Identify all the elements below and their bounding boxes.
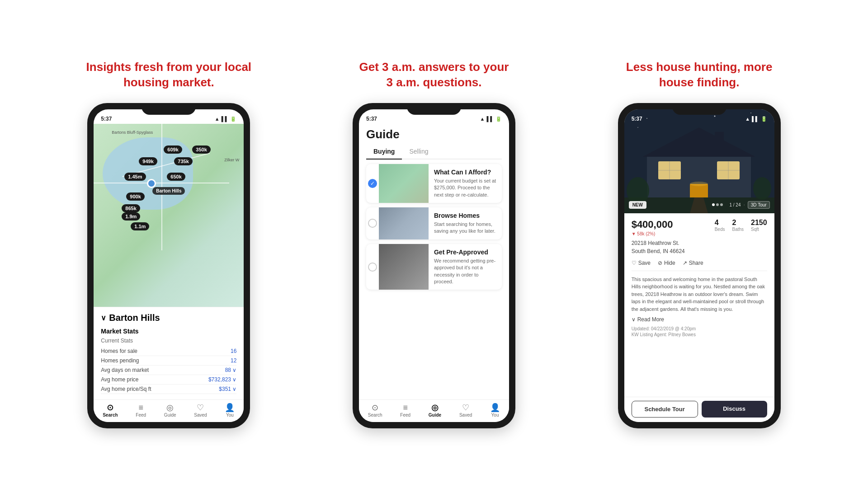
nav-guide-label-1: Guide (164, 413, 176, 418)
stat-avg-days: Avg days on market 88 ∨ (101, 366, 236, 375)
price-900k: 900k (126, 192, 144, 201)
nav-saved-2[interactable]: ♡ Saved (459, 404, 472, 418)
nav-you-1[interactable]: 👤 You (225, 404, 235, 418)
nav-search-1[interactable]: ⊙ Search (103, 404, 118, 418)
action-save[interactable]: ♡ Save (632, 260, 651, 266)
price-19m: 1.9m (122, 212, 140, 221)
stat-label-homes-pending: Homes pending (101, 357, 139, 364)
price-11m: 1.1m (131, 222, 149, 230)
current-stats-label: Current Stats (101, 338, 236, 344)
notch-1 (142, 103, 196, 115)
headline-2: Get 3 a.m. answers to your3 a.m. questio… (359, 60, 509, 90)
map-bg: Bartons Bluff-Spyglass Zilker W Barton H… (94, 124, 244, 307)
card-check-3 (366, 244, 379, 290)
discuss-button[interactable]: Discuss (702, 401, 767, 418)
map-container[interactable]: Bartons Bluff-Spyglass Zilker W Barton H… (94, 124, 244, 307)
barton-hills-map-label: Barton Hills (152, 187, 185, 195)
phone-inner-2: 5:37 ▲ ▌▌ 🔋 Guide Buying Selling (359, 109, 509, 422)
price-350k: 350k (192, 145, 210, 154)
tab-buying[interactable]: Buying (366, 144, 402, 160)
guide-icon-2: ◎ (431, 404, 439, 412)
three-d-badge[interactable]: 3D Tour (748, 201, 770, 209)
phone-inner-1: 5:37 ▲ ▌▌ 🔋 B (94, 109, 244, 422)
price-block: $400,000 ▼ 58k (2%) (632, 219, 673, 236)
photo-controls: 1 / 24 · 3D Tour (712, 201, 769, 209)
nav-you-label-2: You (491, 413, 499, 418)
map-road-h1 (94, 183, 229, 183)
nav-guide-2[interactable]: ◎ Guide (429, 404, 441, 418)
tab-selling[interactable]: Selling (402, 144, 435, 160)
baths-val: 2 (732, 219, 744, 227)
nav-saved-1[interactable]: ♡ Saved (194, 404, 207, 418)
radio-icon-3 (368, 263, 377, 272)
notch-3 (672, 103, 726, 115)
chevron-down-icon: ∨ (101, 314, 106, 322)
nav-saved-label-1: Saved (194, 413, 207, 418)
card-img-preapproved (379, 244, 429, 290)
feed-icon-1: ≡ (138, 404, 143, 412)
check-icon-1: ✓ (368, 179, 377, 188)
listing-cta: Schedule Tour Discuss (624, 397, 774, 422)
nav-search-label-1: Search (103, 413, 118, 418)
nav-guide-label-2: Guide (429, 413, 441, 418)
guide-title: Guide (366, 127, 502, 141)
guide-cards: ✓ What Can I Afford? Your current budget… (359, 160, 509, 399)
hide-label: Hide (664, 260, 675, 266)
card-check-1: ✓ (366, 164, 379, 203)
stat-avg-price: Avg home price $732,823 ∨ (101, 375, 236, 385)
nav-guide-1[interactable]: ◎ Guide (164, 404, 176, 418)
card-title-afford: What Can I Afford? (434, 169, 496, 176)
guide-card-preapproved[interactable]: Get Pre-Approved We recommend getting pr… (366, 244, 502, 290)
time-1: 5:37 (101, 116, 112, 122)
neighborhood-title: ∨ Barton Hills (101, 313, 236, 323)
svg-point-23 (690, 182, 708, 186)
nav-search-2[interactable]: ⊙ Search (368, 404, 382, 418)
phone-section-1: Insights fresh from your localhousing ma… (74, 60, 264, 428)
wifi-icon: ▲ (215, 116, 220, 122)
dot-3 (720, 203, 723, 206)
price-949k: 949k (139, 157, 157, 165)
action-hide[interactable]: ⊘ Hide (658, 260, 675, 266)
time-2: 5:37 (366, 116, 377, 122)
beds-val: 4 (715, 219, 725, 227)
stat-value-homes-sale: 16 (231, 348, 236, 354)
bottom-nav-1: ⊙ Search ≡ Feed ◎ Guide ♡ Saved (94, 399, 244, 422)
headline-1: Insights fresh from your localhousing ma… (86, 60, 252, 90)
chevron-down-read: ∨ (632, 316, 636, 323)
card-body-preapproved: Get Pre-Approved We recommend getting pr… (429, 244, 502, 290)
stat-avg-price-sqft: Avg home price/Sq ft $351 ∨ (101, 385, 236, 394)
search-icon-1: ⊙ (107, 404, 113, 412)
action-share[interactable]: ↗ Share (683, 260, 703, 266)
guide-card-afford[interactable]: ✓ What Can I Afford? Your current budget… (366, 164, 502, 203)
card-check-2 (366, 207, 379, 239)
sqft-label: Sqft (751, 227, 767, 232)
price-609k: 609k (164, 145, 182, 154)
card-body-browse: Browse Homes Start searching for homes, … (429, 207, 502, 239)
nav-search-label-2: Search (368, 413, 382, 418)
time-3: 5:37 (632, 116, 642, 122)
share-label: Share (689, 260, 703, 266)
nav-feed-2[interactable]: ≡ Feed (400, 404, 410, 418)
headline-3: Less house hunting, morehouse finding. (626, 60, 773, 90)
read-more[interactable]: ∨ Read More (632, 316, 767, 323)
nav-you-2[interactable]: 👤 You (490, 404, 500, 418)
battery-icon-2: 🔋 (495, 116, 502, 122)
nav-you-label-1: You (226, 413, 234, 418)
listing-stats: 4 Beds 2 Baths 2150 Sqft (715, 219, 767, 232)
listing-photo-wrapper: 5:37 ▲ ▌▌ 🔋 NEW (624, 109, 774, 213)
status-icons-1: ▲ ▌▌ 🔋 (215, 116, 236, 122)
schedule-tour-button[interactable]: Schedule Tour (632, 401, 698, 418)
saved-icon-1: ♡ (197, 404, 204, 412)
hide-icon: ⊘ (658, 260, 662, 266)
signal-icon: ▌▌ (222, 116, 229, 122)
stat-beds: 4 Beds (715, 219, 725, 232)
phone-section-2: Get 3 a.m. answers to your3 a.m. questio… (339, 60, 529, 428)
nav-feed-1[interactable]: ≡ Feed (136, 404, 146, 418)
card-desc-browse: Start searching for homes, saving any yo… (434, 221, 496, 235)
card-desc-afford: Your current budget is set at $275,000. … (434, 178, 496, 198)
guide-card-browse[interactable]: Browse Homes Start searching for homes, … (366, 207, 502, 239)
photo-dots (712, 203, 723, 206)
card-body-afford: What Can I Afford? Your current budget i… (429, 164, 502, 203)
dot-1 (712, 203, 715, 206)
you-icon-2: 👤 (490, 404, 500, 412)
